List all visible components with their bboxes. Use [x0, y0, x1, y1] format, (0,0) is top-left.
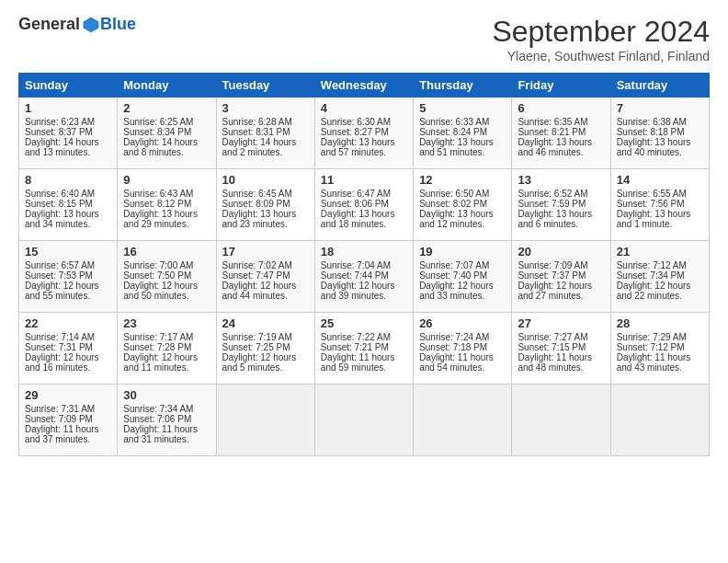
- header: General Blue September 2024 Ylaene, Sout…: [18, 15, 710, 63]
- location: Ylaene, Southwest Finland, Finland: [492, 49, 710, 63]
- day-number: 16: [123, 245, 210, 259]
- daylight: Daylight: 11 hours and 54 minutes.: [419, 352, 494, 373]
- sunrise: Sunrise: 7:07 AM: [419, 260, 489, 270]
- sunset: Sunset: 7:53 PM: [25, 270, 93, 281]
- sunset: Sunset: 7:50 PM: [123, 270, 191, 281]
- day-cell: 28Sunrise: 7:29 AMSunset: 7:12 PMDayligh…: [610, 313, 709, 385]
- daylight: Daylight: 12 hours and 27 minutes.: [518, 281, 592, 301]
- sunrise: Sunrise: 6:43 AM: [123, 189, 193, 199]
- day-cell: [610, 385, 709, 456]
- week-row-5: 29Sunrise: 7:31 AMSunset: 7:09 PMDayligh…: [19, 385, 710, 456]
- sunrise: Sunrise: 6:40 AM: [25, 189, 95, 199]
- sunrise: Sunrise: 7:02 AM: [222, 260, 292, 270]
- day-cell: 12Sunrise: 6:50 AMSunset: 8:02 PMDayligh…: [414, 169, 512, 241]
- sunrise: Sunrise: 7:09 AM: [518, 260, 587, 270]
- day-cell: 16Sunrise: 7:00 AMSunset: 7:50 PMDayligh…: [118, 241, 216, 313]
- logo-text: General Blue: [18, 15, 136, 34]
- sunset: Sunset: 7:15 PM: [518, 342, 586, 352]
- day-header-sunday: Sunday: [19, 74, 118, 98]
- day-cell: 2Sunrise: 6:25 AMSunset: 8:34 PMDaylight…: [118, 98, 216, 169]
- daylight: Daylight: 13 hours and 29 minutes.: [123, 209, 198, 229]
- sunset: Sunset: 7:12 PM: [617, 342, 685, 352]
- sunset: Sunset: 7:56 PM: [617, 199, 685, 209]
- sunset: Sunset: 8:24 PM: [419, 127, 487, 137]
- daylight: Daylight: 11 hours and 43 minutes.: [617, 352, 691, 373]
- sunset: Sunset: 7:09 PM: [25, 414, 93, 424]
- daylight: Daylight: 11 hours and 37 minutes.: [25, 424, 99, 444]
- daylight: Daylight: 13 hours and 23 minutes.: [222, 209, 297, 229]
- day-number: 13: [518, 173, 604, 187]
- sunset: Sunset: 8:09 PM: [222, 199, 290, 209]
- sunrise: Sunrise: 6:23 AM: [25, 117, 95, 127]
- day-header-wednesday: Wednesday: [314, 74, 413, 98]
- daylight: Daylight: 12 hours and 5 minutes.: [222, 352, 297, 373]
- sunrise: Sunrise: 7:34 AM: [123, 404, 193, 414]
- sunset: Sunset: 8:12 PM: [123, 199, 191, 209]
- day-number: 28: [617, 316, 703, 330]
- sunrise: Sunrise: 6:50 AM: [419, 189, 489, 199]
- daylight: Daylight: 12 hours and 11 minutes.: [123, 352, 198, 373]
- day-cell: 27Sunrise: 7:27 AMSunset: 7:15 PMDayligh…: [512, 313, 610, 385]
- day-cell: 14Sunrise: 6:55 AMSunset: 7:56 PMDayligh…: [610, 169, 709, 241]
- sunset: Sunset: 8:31 PM: [222, 127, 290, 137]
- sunrise: Sunrise: 7:29 AM: [617, 332, 687, 342]
- daylight: Daylight: 13 hours and 34 minutes.: [25, 209, 99, 229]
- day-number: 17: [222, 245, 309, 259]
- sunset: Sunset: 7:18 PM: [419, 342, 487, 352]
- sunset: Sunset: 7:25 PM: [222, 342, 290, 352]
- daylight: Daylight: 13 hours and 57 minutes.: [321, 137, 395, 157]
- day-number: 22: [25, 316, 111, 330]
- daylight: Daylight: 13 hours and 18 minutes.: [321, 209, 395, 229]
- sunrise: Sunrise: 6:57 AM: [25, 260, 95, 270]
- day-number: 1: [25, 101, 111, 115]
- day-cell: 19Sunrise: 7:07 AMSunset: 7:40 PMDayligh…: [414, 241, 512, 313]
- sunrise: Sunrise: 7:00 AM: [123, 260, 193, 270]
- day-number: 26: [419, 316, 506, 330]
- daylight: Daylight: 11 hours and 31 minutes.: [123, 424, 198, 444]
- week-row-1: 1Sunrise: 6:23 AMSunset: 8:37 PMDaylight…: [19, 98, 710, 169]
- day-number: 7: [617, 101, 703, 115]
- sunrise: Sunrise: 7:19 AM: [222, 332, 292, 342]
- header-row: SundayMondayTuesdayWednesdayThursdayFrid…: [19, 74, 710, 98]
- daylight: Daylight: 12 hours and 55 minutes.: [25, 281, 99, 301]
- daylight: Daylight: 13 hours and 6 minutes.: [518, 209, 592, 229]
- sunrise: Sunrise: 7:31 AM: [25, 404, 95, 414]
- sunrise: Sunrise: 7:04 AM: [321, 260, 391, 270]
- sunrise: Sunrise: 6:25 AM: [123, 117, 193, 127]
- sunset: Sunset: 8:21 PM: [518, 127, 586, 137]
- day-number: 5: [419, 101, 506, 115]
- sunset: Sunset: 7:47 PM: [222, 270, 290, 281]
- daylight: Daylight: 13 hours and 40 minutes.: [617, 137, 691, 157]
- day-number: 4: [321, 101, 407, 115]
- day-cell: 21Sunrise: 7:12 AMSunset: 7:34 PMDayligh…: [610, 241, 709, 313]
- day-cell: 3Sunrise: 6:28 AMSunset: 8:31 PMDaylight…: [216, 98, 314, 169]
- daylight: Daylight: 13 hours and 46 minutes.: [518, 137, 592, 157]
- day-cell: 6Sunrise: 6:35 AMSunset: 8:21 PMDaylight…: [512, 98, 610, 169]
- sunset: Sunset: 8:37 PM: [25, 127, 93, 137]
- daylight: Daylight: 11 hours and 59 minutes.: [321, 352, 395, 373]
- day-header-thursday: Thursday: [414, 74, 512, 98]
- sunset: Sunset: 7:28 PM: [123, 342, 191, 352]
- daylight: Daylight: 14 hours and 13 minutes.: [25, 137, 99, 157]
- sunset: Sunset: 8:15 PM: [25, 199, 93, 209]
- week-row-2: 8Sunrise: 6:40 AMSunset: 8:15 PMDaylight…: [19, 169, 710, 241]
- sunset: Sunset: 8:06 PM: [321, 199, 389, 209]
- sunset: Sunset: 7:06 PM: [123, 414, 191, 424]
- sunset: Sunset: 8:18 PM: [617, 127, 685, 137]
- day-cell: 5Sunrise: 6:33 AMSunset: 8:24 PMDaylight…: [414, 98, 512, 169]
- day-number: 18: [321, 245, 407, 259]
- day-header-friday: Friday: [512, 74, 610, 98]
- month-title: September 2024: [492, 15, 710, 49]
- daylight: Daylight: 14 hours and 8 minutes.: [123, 137, 198, 157]
- day-cell: 29Sunrise: 7:31 AMSunset: 7:09 PMDayligh…: [19, 385, 118, 456]
- sunset: Sunset: 7:37 PM: [518, 270, 586, 281]
- sunset: Sunset: 7:21 PM: [321, 342, 389, 352]
- day-cell: 7Sunrise: 6:38 AMSunset: 8:18 PMDaylight…: [610, 98, 709, 169]
- day-cell: 11Sunrise: 6:47 AMSunset: 8:06 PMDayligh…: [314, 169, 413, 241]
- daylight: Daylight: 12 hours and 39 minutes.: [321, 281, 395, 301]
- daylight: Daylight: 12 hours and 16 minutes.: [25, 352, 99, 373]
- sunrise: Sunrise: 6:52 AM: [518, 189, 587, 199]
- sunrise: Sunrise: 6:55 AM: [617, 189, 687, 199]
- day-cell: [414, 385, 512, 456]
- day-cell: 26Sunrise: 7:24 AMSunset: 7:18 PMDayligh…: [414, 313, 512, 385]
